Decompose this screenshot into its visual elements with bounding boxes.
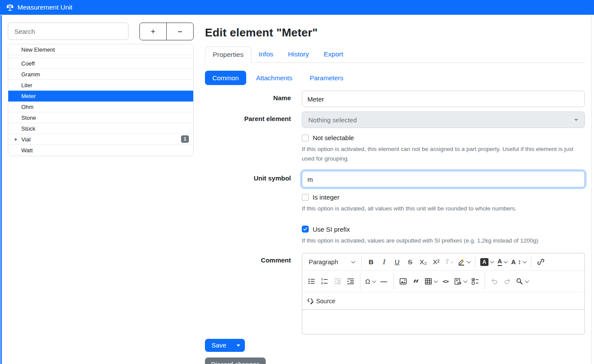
chevron-down-icon (463, 279, 467, 283)
superscript-button[interactable]: X² (430, 256, 442, 268)
tab-properties[interactable]: Properties (205, 46, 251, 63)
subtab-parameters[interactable]: Parameters (302, 71, 351, 85)
tree-item-new-element[interactable]: New Element (8, 44, 193, 55)
tab-export[interactable]: Export (317, 46, 351, 62)
link-button[interactable] (535, 256, 547, 268)
toolbar-separator (360, 273, 360, 290)
subtab-attachments[interactable]: Attachments (249, 71, 300, 85)
font-background-button[interactable]: A (496, 256, 509, 268)
chevron-down-icon (351, 259, 356, 264)
is-integer-checkbox[interactable]: Is integer (302, 193, 585, 201)
redo-button[interactable] (501, 275, 514, 288)
tab-history[interactable]: History (280, 46, 316, 62)
app-header: Measurement Unit (0, 0, 594, 15)
add-element-button[interactable]: + (139, 23, 167, 40)
right-edge-border (591, 15, 592, 364)
checkbox-unchecked-icon[interactable] (302, 194, 309, 201)
remove-element-button[interactable]: − (166, 23, 194, 40)
numbered-list-button[interactable]: 12 (318, 275, 331, 288)
tree-item-ohm[interactable]: Ohm (8, 102, 193, 112)
todo-list-button[interactable] (469, 275, 482, 288)
parent-element-label: Parent element (205, 111, 291, 128)
tree-item-stueck[interactable]: Stück (8, 123, 193, 134)
outdent-button[interactable] (331, 275, 344, 288)
not-selectable-help: If this option is activated, this elemen… (302, 144, 585, 163)
tree-item-gramm[interactable]: Gramm (8, 69, 193, 80)
highlight-marker-button[interactable] (456, 256, 472, 268)
chevron-down-icon (467, 259, 471, 264)
chevron-down-icon (574, 119, 578, 121)
find-replace-button[interactable] (514, 275, 530, 288)
horizontal-line-button[interactable]: — (378, 275, 390, 288)
unit-symbol-input[interactable] (302, 171, 585, 187)
special-characters-button[interactable]: Ω (363, 275, 377, 288)
source-editing-button[interactable]: Source (305, 295, 337, 307)
name-label: Name (205, 91, 291, 107)
toolbar-separator (361, 256, 362, 268)
toolbar-separator (475, 256, 475, 268)
subtab-common[interactable]: Common (205, 71, 246, 85)
svg-text:2: 2 (321, 282, 323, 285)
select-value: Nothing selected (308, 116, 357, 124)
editor-toolbar-row2: 12 Ω — (302, 271, 584, 292)
tree-item-coeff[interactable]: Coeff (8, 58, 193, 69)
tab-bar: Properties Infos History Export (205, 46, 585, 63)
underline-button[interactable]: U (391, 256, 403, 268)
name-input[interactable] (302, 91, 585, 107)
expand-plus-icon[interactable]: + (14, 136, 17, 143)
page-title: Edit element "Meter" (205, 26, 594, 39)
italic-button[interactable]: I (378, 256, 390, 268)
save-dropdown-toggle[interactable] (232, 339, 245, 352)
not-selectable-checkbox[interactable]: Not selectable (302, 134, 585, 141)
toolbar-separator (531, 256, 531, 268)
checkbox-checked-icon[interactable] (302, 226, 309, 233)
use-si-prefix-label: Use SI prefix (313, 226, 350, 233)
font-size-button[interactable]: A↕ (509, 256, 528, 268)
font-color-button[interactable]: A (478, 256, 495, 268)
editor-toolbar-row3: Source (302, 292, 584, 310)
save-split-button: Save (205, 339, 245, 352)
strikethrough-button[interactable]: S (404, 256, 416, 268)
use-si-prefix-help: If this option is activated, values are … (302, 236, 585, 246)
chevron-down-icon (504, 259, 508, 264)
parent-element-select[interactable]: Nothing selected (302, 111, 585, 128)
heading-dropdown[interactable]: Paragraph (305, 256, 358, 268)
tree-item-vial[interactable]: + Vial 1 (8, 134, 193, 145)
tree-item-watt[interactable]: Watt (8, 145, 193, 156)
bulleted-list-button[interactable] (305, 275, 318, 288)
tree-item-label: Stone (21, 115, 36, 121)
tree-item-label: Meter (21, 93, 36, 99)
undo-button[interactable] (488, 275, 501, 288)
remove-format-button[interactable]: Tx (443, 256, 455, 268)
edit-form: Name Parent element Nothing selected Not… (205, 91, 594, 334)
left-accent-border (0, 15, 2, 364)
is-integer-help: If this option is activated, all values … (302, 204, 585, 213)
not-selectable-label: Not selectable (313, 134, 354, 141)
tree-item-liter[interactable]: Liter (8, 80, 193, 91)
discard-changes-button[interactable]: Discard changes (205, 357, 266, 364)
tree-toolbar: + − (139, 23, 194, 40)
sidebar: + − New Element Coeff Gramm Liter Meter … (0, 15, 194, 364)
tree-item-stone[interactable]: Stone (8, 112, 193, 123)
checkbox-unchecked-icon[interactable] (302, 134, 309, 141)
save-button[interactable]: Save (205, 339, 232, 352)
indent-button[interactable] (344, 275, 357, 288)
tab-infos[interactable]: Infos (251, 46, 281, 62)
use-si-prefix-checkbox[interactable]: Use SI prefix (302, 226, 585, 233)
insert-image-button[interactable] (397, 275, 409, 288)
comment-richtext-editor: Paragraph B I U S X₂ X² Tx (302, 253, 585, 334)
block-quote-button[interactable]: “ (410, 277, 422, 290)
tree-item-label: Stück (21, 125, 36, 132)
tree-item-label: Coeff (21, 60, 35, 67)
code-block-button[interactable] (452, 275, 469, 288)
editor-content-area[interactable] (302, 310, 584, 334)
search-input[interactable] (8, 23, 129, 40)
insert-table-button[interactable] (423, 275, 439, 288)
tree-item-meter-selected[interactable]: Meter (8, 91, 193, 102)
bold-button[interactable]: B (365, 256, 377, 268)
is-integer-label: Is integer (313, 193, 340, 201)
subscript-button[interactable]: X₂ (417, 256, 429, 268)
caret-down-icon (237, 344, 240, 347)
inline-code-button[interactable]: <> (439, 275, 452, 288)
child-count-badge: 1 (181, 135, 189, 143)
